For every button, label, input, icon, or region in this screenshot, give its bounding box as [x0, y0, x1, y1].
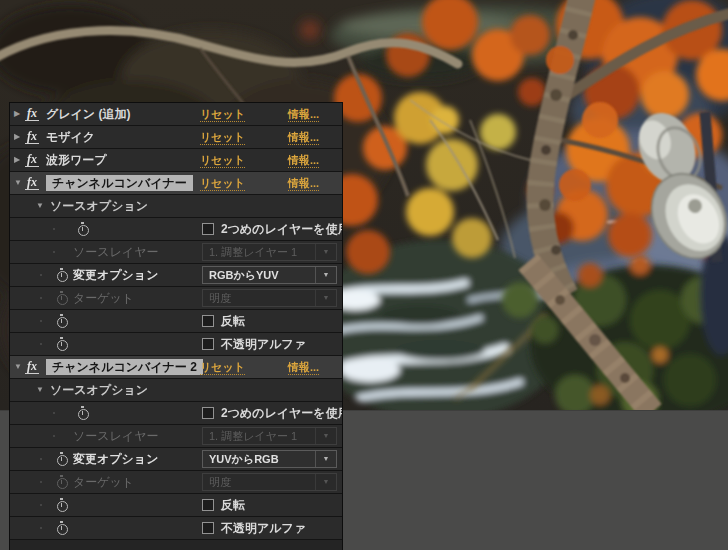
reset-link[interactable]: リセット	[200, 360, 245, 375]
about-link[interactable]: 情報...	[288, 107, 319, 122]
effect-name[interactable]: グレイン (追加)	[46, 103, 130, 125]
solid-alpha-checkbox[interactable]	[202, 338, 214, 350]
fx-badge-icon[interactable]: fx	[25, 129, 39, 144]
stopwatch-icon[interactable]	[57, 317, 68, 328]
keyframe-dot-icon	[40, 504, 42, 506]
effect-row-channel-combiner[interactable]: ▼ fx チャンネルコンバイナー リセット 情報...	[10, 172, 342, 194]
reset-link[interactable]: リセット	[200, 153, 245, 168]
reset-link[interactable]: リセット	[200, 107, 245, 122]
chevron-right-icon[interactable]: ▶	[14, 126, 20, 148]
chevron-down-icon: ▼	[315, 474, 336, 490]
chevron-down-icon[interactable]: ▼	[14, 356, 22, 378]
effect-name-selected[interactable]: チャンネルコンバイナー 2	[46, 359, 203, 375]
param-row-use-second-layer: 2つめのレイヤーを使用	[10, 218, 342, 240]
about-link[interactable]: 情報...	[288, 153, 319, 168]
dropdown-value: 明度	[209, 474, 231, 490]
dropdown-value: RGBからYUV	[209, 267, 279, 283]
effect-name[interactable]: モザイク	[46, 126, 95, 148]
group-label: ソースオプション	[50, 195, 148, 217]
param-row-invert: 反転	[10, 310, 342, 332]
about-link[interactable]: 情報...	[288, 360, 319, 375]
chevron-down-icon: ▼	[315, 428, 336, 444]
keyframe-dot-icon	[53, 228, 55, 230]
stopwatch-icon[interactable]	[57, 501, 68, 512]
fx-badge-icon[interactable]: fx	[25, 152, 39, 167]
solid-alpha-checkbox[interactable]	[202, 522, 214, 534]
checkbox-label: 不透明アルファ	[221, 333, 306, 355]
param-row-source-layer: ソースレイヤー 1. 調整レイヤー 1 ▼	[10, 425, 342, 447]
use-second-layer-checkbox[interactable]	[202, 223, 214, 235]
param-label: 変更オプション	[73, 448, 158, 470]
chevron-down-icon[interactable]: ▼	[315, 451, 336, 467]
chevron-down-icon[interactable]: ▼	[315, 267, 336, 283]
effect-row-mosaic[interactable]: ▶ fx モザイク リセット 情報...	[10, 126, 342, 148]
stopwatch-icon[interactable]	[78, 409, 89, 420]
conversion-dropdown[interactable]: RGBからYUV ▼	[202, 266, 337, 284]
fx-badge-icon[interactable]: fx	[25, 359, 39, 374]
param-label: ターゲット	[73, 471, 134, 493]
param-label: ソースレイヤー	[73, 241, 158, 263]
param-row-conversion: 変更オプション RGBからYUV ▼	[10, 264, 342, 286]
invert-checkbox[interactable]	[202, 499, 214, 511]
use-second-layer-checkbox[interactable]	[202, 407, 214, 419]
chevron-down-icon[interactable]: ▼	[36, 379, 44, 401]
chevron-down-icon[interactable]: ▼	[14, 172, 22, 194]
chevron-down-icon: ▼	[315, 290, 336, 306]
param-row-conversion: 変更オプション YUVからRGB ▼	[10, 448, 342, 470]
param-row-solid-alpha: 不透明アルファ	[10, 517, 342, 539]
dropdown-value: 1. 調整レイヤー 1	[209, 428, 297, 444]
effect-row-channel-combiner-2[interactable]: ▼ fx チャンネルコンバイナー 2 リセット 情報...	[10, 356, 342, 378]
group-row-source-options[interactable]: ▼ ソースオプション	[10, 379, 342, 401]
effect-name[interactable]: 波形ワープ	[46, 149, 107, 171]
keyframe-dot-icon	[40, 343, 42, 345]
param-row-source-layer: ソースレイヤー 1. 調整レイヤー 1 ▼	[10, 241, 342, 263]
stopwatch-icon[interactable]	[57, 455, 68, 466]
stopwatch-icon[interactable]	[57, 524, 68, 535]
source-layer-dropdown: 1. 調整レイヤー 1 ▼	[202, 243, 337, 261]
reset-link[interactable]: リセット	[200, 130, 245, 145]
dropdown-value: YUVからRGB	[209, 451, 279, 467]
param-label: ターゲット	[73, 287, 134, 309]
checkbox-label: 2つめのレイヤーを使用	[221, 402, 342, 424]
checkbox-label: 2つめのレイヤーを使用	[221, 218, 342, 240]
chevron-down-icon[interactable]: ▼	[36, 195, 44, 217]
keyframe-dot-icon	[53, 435, 55, 437]
fx-badge-icon[interactable]: fx	[25, 106, 39, 121]
stopwatch-icon[interactable]	[57, 271, 68, 282]
chevron-right-icon[interactable]: ▶	[14, 149, 20, 171]
stopwatch-icon[interactable]	[78, 225, 89, 236]
param-row-target: ターゲット 明度 ▼	[10, 287, 342, 309]
chevron-down-icon: ▼	[315, 244, 336, 260]
conversion-dropdown[interactable]: YUVからRGB ▼	[202, 450, 337, 468]
fx-badge-icon[interactable]: fx	[25, 175, 39, 190]
effect-row-grain[interactable]: ▶ fx グレイン (追加) リセット 情報...	[10, 103, 342, 125]
keyframe-dot-icon	[40, 527, 42, 529]
about-link[interactable]: 情報...	[288, 176, 319, 191]
checkbox-label: 反転	[221, 494, 245, 516]
target-dropdown: 明度 ▼	[202, 473, 337, 491]
dropdown-value: 明度	[209, 290, 231, 306]
stopwatch-icon	[57, 294, 68, 305]
screenshot-root: ▶ fx グレイン (追加) リセット 情報... ▶ fx モザイク リセット…	[0, 0, 728, 550]
stopwatch-icon[interactable]	[57, 340, 68, 351]
param-label: 変更オプション	[73, 264, 158, 286]
about-link[interactable]: 情報...	[288, 130, 319, 145]
chevron-right-icon[interactable]: ▶	[14, 103, 20, 125]
empty-row	[10, 540, 342, 550]
keyframe-dot-icon	[53, 412, 55, 414]
keyframe-dot-icon	[40, 458, 42, 460]
effect-row-wave-warp[interactable]: ▶ fx 波形ワープ リセット 情報...	[10, 149, 342, 171]
keyframe-dot-icon	[40, 481, 42, 483]
stopwatch-icon	[57, 478, 68, 489]
target-dropdown: 明度 ▼	[202, 289, 337, 307]
reset-link[interactable]: リセット	[200, 176, 245, 191]
param-row-invert: 反転	[10, 494, 342, 516]
effect-controls-panel: ▶ fx グレイン (追加) リセット 情報... ▶ fx モザイク リセット…	[10, 103, 342, 550]
keyframe-dot-icon	[40, 274, 42, 276]
source-layer-dropdown: 1. 調整レイヤー 1 ▼	[202, 427, 337, 445]
group-row-source-options[interactable]: ▼ ソースオプション	[10, 195, 342, 217]
effect-name-selected[interactable]: チャンネルコンバイナー	[46, 175, 193, 191]
group-label: ソースオプション	[50, 379, 148, 401]
invert-checkbox[interactable]	[202, 315, 214, 327]
param-row-solid-alpha: 不透明アルファ	[10, 333, 342, 355]
